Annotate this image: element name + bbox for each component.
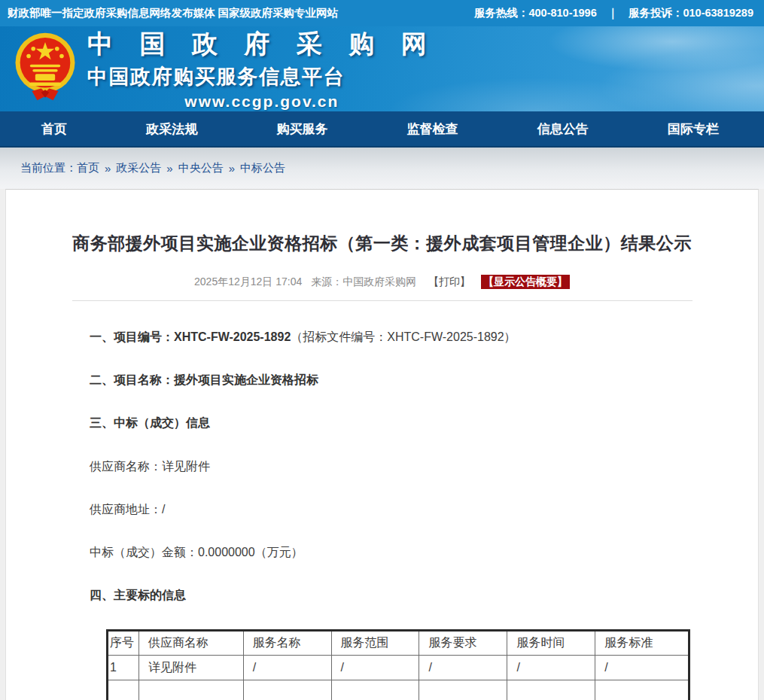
cell-service-standard: / — [595, 656, 689, 680]
cell-service-name — [243, 680, 331, 700]
meta-divider — [72, 300, 692, 301]
site-slogan: 财政部唯一指定政府采购信息网络发布媒体 国家级政府采购专业网站 — [8, 6, 338, 20]
cell-service-scope — [331, 680, 419, 700]
col-header-service-scope: 服务范围 — [331, 631, 419, 656]
site-subtitle: 中国政府购买服务信息平台 — [87, 63, 437, 90]
nav-item-regulations[interactable]: 政采法规 — [146, 120, 197, 138]
breadcrumb-separator: » — [105, 162, 111, 175]
main-subject-table: 序号 供应商名称 服务名称 服务范围 服务要求 服务时间 服务标准 1 详见附件… — [106, 629, 690, 700]
site-name: 中 国 政 府 采 购 网 — [87, 27, 437, 62]
nav-item-announcements[interactable]: 信息公告 — [537, 120, 589, 138]
publish-date: 2025年12月12日 17:04 — [194, 275, 302, 288]
col-header-service-standard: 服务标准 — [595, 631, 689, 656]
logo-text-block: 中 国 政 府 采 购 网 中国政府购买服务信息平台 www.ccgp.gov.… — [87, 27, 437, 111]
cell-seq — [108, 680, 139, 700]
breadcrumb-separator: » — [166, 162, 172, 175]
table-header-row: 序号 供应商名称 服务名称 服务范围 服务要求 服务时间 服务标准 — [108, 631, 689, 656]
article-meta: 2025年12月12日 17:04 来源：中国政府采购网 【打印】 【显示公告概… — [6, 275, 758, 289]
col-header-service-requirement: 服务要求 — [419, 631, 507, 656]
col-header-service-name: 服务名称 — [243, 631, 331, 656]
cell-supplier: 详见附件 — [139, 656, 244, 680]
main-subject-heading: 四、主要标的信息 — [90, 588, 690, 602]
nav-item-purchase-services[interactable]: 购买服务 — [276, 120, 327, 138]
award-info-heading: 三、中标（成交）信息 — [90, 415, 690, 430]
breadcrumb-link-award-notices[interactable]: 中标公告 — [240, 161, 285, 175]
nav-item-international[interactable]: 国际专栏 — [668, 120, 719, 138]
table-row: 1 详见附件 / / / / / — [108, 656, 689, 680]
award-amount-line: 中标（成交）金额：0.0000000（万元） — [90, 545, 690, 559]
topbar-contacts: 服务热线：400-810-1996 ｜ 服务投诉：010-63819289 — [474, 6, 753, 20]
article-body: 一、项目编号：XHTC-FW-2025-1892（招标文件编号：XHTC-FW-… — [90, 330, 690, 700]
breadcrumb-link-procurement-notices[interactable]: 政采公告 — [116, 161, 161, 175]
cell-service-time — [507, 680, 595, 700]
print-button[interactable]: 【打印】 — [428, 275, 470, 288]
project-name-line: 二、项目名称：援外项目实施企业资格招标 — [90, 373, 690, 387]
cell-service-requirement — [419, 680, 507, 700]
breadcrumb-separator: » — [229, 162, 235, 175]
site-url: www.ccgp.gov.cn — [87, 93, 437, 111]
top-utility-bar: 财政部唯一指定政府采购信息网络发布媒体 国家级政府采购专业网站 服务热线：400… — [0, 0, 764, 26]
breadcrumb-link-home[interactable]: 首页 — [77, 161, 99, 175]
supplier-name-line: 供应商名称：详见附件 — [90, 459, 690, 473]
breadcrumb-prefix: 当前位置： — [20, 161, 77, 175]
page-title: 商务部援外项目实施企业资格招标（第一类：援外成套项目管理企业）结果公示 — [36, 232, 728, 255]
nav-item-home[interactable]: 首页 — [41, 120, 67, 138]
cell-supplier — [139, 680, 244, 700]
content-panel: 商务部援外项目实施企业资格招标（第一类：援外成套项目管理企业）结果公示 2025… — [5, 189, 759, 700]
show-summary-button[interactable]: 【显示公告概要】 — [481, 275, 570, 289]
breadcrumb-link-central-notices[interactable]: 中央公告 — [178, 161, 224, 175]
article-source: 来源：中国政府采购网 — [311, 275, 416, 288]
col-header-service-time: 服务时间 — [507, 631, 595, 656]
national-emblem-icon — [12, 32, 78, 107]
col-header-supplier: 供应商名称 — [139, 631, 244, 656]
cell-service-standard — [595, 680, 689, 700]
col-header-seq: 序号 — [108, 631, 139, 656]
project-number-line: 一、项目编号：XHTC-FW-2025-1892（招标文件编号：XHTC-FW-… — [90, 330, 690, 344]
project-number-bold: 一、项目编号：XHTC-FW-2025-1892 — [90, 330, 291, 343]
site-header: 中 国 政 府 采 购 网 中国政府购买服务信息平台 www.ccgp.gov.… — [0, 26, 764, 111]
cell-service-time: / — [507, 656, 595, 680]
breadcrumb: 当前位置： 首页 » 政采公告 » 中央公告 » 中标公告 — [0, 148, 764, 189]
table-row — [108, 680, 689, 700]
cell-service-requirement: / — [419, 656, 507, 680]
service-hotline: 服务热线：400-810-1996 — [474, 6, 597, 20]
topbar-divider: ｜ — [607, 6, 618, 20]
project-number-rest: （招标文件编号：XHTC-FW-2025-1892） — [291, 330, 516, 343]
cell-service-name: / — [243, 656, 331, 680]
service-complaint: 服务投诉：010-63819289 — [629, 6, 753, 20]
cell-service-scope: / — [331, 656, 419, 680]
main-navigation: 首页 政采法规 购买服务 监督检查 信息公告 国际专栏 — [0, 111, 764, 148]
cell-seq: 1 — [108, 656, 139, 680]
supplier-address-line: 供应商地址：/ — [90, 502, 690, 516]
site-logo[interactable]: 中 国 政 府 采 购 网 中国政府购买服务信息平台 www.ccgp.gov.… — [12, 27, 437, 111]
nav-item-supervision[interactable]: 监督检查 — [407, 120, 458, 138]
